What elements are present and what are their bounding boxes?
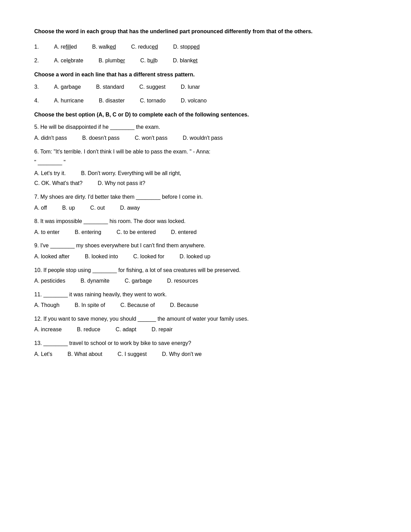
- question-3: 3. A. garbage B. standard C. suggest D. …: [34, 83, 377, 91]
- q5-num: 5.: [34, 124, 39, 130]
- q1-num: 1.: [34, 42, 39, 51]
- q5-c: C. won't pass: [135, 134, 167, 143]
- q5-options: A. didn't pass B. doesn't pass C. won't …: [34, 134, 377, 143]
- q7-options: A. off B. up C. out D. away: [34, 203, 377, 212]
- q8-d: D. entered: [171, 228, 197, 237]
- q5-body: He will be disappointed if he ________ t…: [40, 124, 160, 130]
- q3-b: B. standard: [96, 83, 124, 91]
- question-11: 11. ________ it was raining heavily, the…: [34, 290, 377, 310]
- q8-b: B. entering: [75, 228, 101, 237]
- q10-num: 10.: [34, 267, 42, 273]
- q6-text: 6. Tom: "It's terrible. I don't think I …: [34, 147, 377, 156]
- q3-num: 3.: [34, 83, 39, 91]
- question-12: 12. If you want to save money, you shoul…: [34, 314, 377, 334]
- q7-body: My shoes are dirty. I'd better take them…: [40, 194, 203, 200]
- instruction-section1: Choose the word in each group that has t…: [34, 27, 377, 36]
- q9-num: 9.: [34, 243, 39, 248]
- q3-c: C. suggest: [139, 83, 165, 91]
- question-9: 9. I've ________ my shoes everywhere but…: [34, 241, 377, 261]
- q13-a: A. Let's: [34, 350, 52, 359]
- q6-b: B. Don't worry. Everything will be all r…: [81, 169, 181, 178]
- q9-c: C. looked for: [133, 252, 164, 261]
- q6-d: D. Why not pass it?: [98, 179, 145, 188]
- q2-a: A. celebrate: [54, 56, 83, 65]
- q6-options-cd: C. OK. What's that? D. Why not pass it?: [34, 179, 377, 188]
- q6-quote: " ________ ": [34, 158, 377, 167]
- q8-num: 8.: [34, 218, 39, 224]
- q11-num: 11.: [34, 292, 42, 297]
- q3-a: A. garbage: [54, 83, 81, 91]
- q6-a: A. Let's try it.: [34, 169, 66, 178]
- q13-d: D. Why don't we: [162, 350, 202, 359]
- q4-b: B. disaster: [99, 96, 125, 105]
- q13-b: B. What about: [67, 350, 102, 359]
- q3-options: 3. A. garbage B. standard C. suggest D. …: [34, 83, 377, 91]
- page-content: Choose the word in each group that has t…: [34, 27, 377, 358]
- q5-d: D. wouldn't pass: [183, 134, 223, 143]
- q4-d: D. volcano: [181, 96, 207, 105]
- question-10: 10. If people stop using ________ for fi…: [34, 266, 377, 285]
- q7-c: C. out: [90, 203, 105, 212]
- q10-b: B. dynamite: [80, 276, 109, 285]
- question-2: 2. A. celebrate B. plumber C. bulb D. bl…: [34, 56, 377, 65]
- q9-b: B. looked into: [85, 252, 118, 261]
- q12-d: D. repair: [151, 325, 172, 334]
- q6-body: Tom: "It's terrible. I don't think I wil…: [40, 149, 211, 154]
- question-1: 1. A. refilled B. walked C. reduced D. s…: [34, 42, 377, 51]
- q12-text: 12. If you want to save money, you shoul…: [34, 314, 377, 323]
- instruction-section3: Choose the best option (A, B, C or D) to…: [34, 112, 377, 118]
- q10-text: 10. If people stop using ________ for fi…: [34, 266, 377, 275]
- q6-num: 6.: [34, 149, 39, 154]
- q7-num: 7.: [34, 194, 39, 200]
- q11-b: B. In spite of: [75, 301, 105, 310]
- q2-d: D. blanket: [173, 56, 198, 65]
- q8-options: A. to enter B. entering C. to be entered…: [34, 228, 377, 237]
- q12-num: 12.: [34, 316, 42, 322]
- q10-options: A. pesticides B. dynamite C. garbage D. …: [34, 276, 377, 285]
- q13-options: A. Let's B. What about C. I suggest D. W…: [34, 350, 377, 359]
- q10-d: D. resources: [167, 276, 198, 285]
- q7-a: A. off: [34, 203, 47, 212]
- q13-body: ________ travel to school or to work by …: [43, 340, 191, 346]
- q1-c: C. reduced: [131, 42, 158, 51]
- q1-d: D. stopped: [173, 42, 200, 51]
- q10-body: If people stop using ________ for fishin…: [43, 267, 240, 273]
- q5-a: A. didn't pass: [34, 134, 67, 143]
- q9-d: D. looked up: [179, 252, 210, 261]
- q13-c: C. I suggest: [117, 350, 147, 359]
- q4-c: C. tornado: [140, 96, 166, 105]
- q9-a: A. looked after: [34, 252, 70, 261]
- question-7: 7. My shoes are dirty. I'd better take t…: [34, 193, 377, 212]
- q8-body: It was impossible ________ his room. The…: [40, 218, 186, 224]
- question-5: 5. He will be disappointed if he _______…: [34, 123, 377, 142]
- q5-text: 5. He will be disappointed if he _______…: [34, 123, 377, 132]
- q8-c: C. to be entered: [116, 228, 156, 237]
- q12-b: B. reduce: [77, 325, 100, 334]
- q12-a: A. increase: [34, 325, 62, 334]
- q12-c: C. adapt: [115, 325, 136, 334]
- q13-text: 13. ________ travel to school or to work…: [34, 339, 377, 348]
- q11-c: C. Because of: [120, 301, 155, 310]
- q8-a: A. to enter: [34, 228, 60, 237]
- q7-d: D. away: [120, 203, 140, 212]
- q10-a: A. pesticides: [34, 276, 65, 285]
- q11-text: 11. ________ it was raining heavily, the…: [34, 290, 377, 299]
- q11-a: A. Though: [34, 301, 60, 310]
- q8-text: 8. It was impossible ________ his room. …: [34, 217, 377, 226]
- q13-num: 13.: [34, 340, 42, 346]
- q11-options: A. Though B. In spite of C. Because of D…: [34, 301, 377, 310]
- q1-options: 1. A. refilled B. walked C. reduced D. s…: [34, 42, 377, 51]
- q11-body: ________ it was raining heavily, they we…: [43, 292, 167, 297]
- q10-c: C. garbage: [125, 276, 152, 285]
- q7-text: 7. My shoes are dirty. I'd better take t…: [34, 193, 377, 201]
- q3-d: D. lunar: [181, 83, 200, 91]
- question-6: 6. Tom: "It's terrible. I don't think I …: [34, 147, 377, 188]
- q9-text: 9. I've ________ my shoes everywhere but…: [34, 241, 377, 250]
- q12-options: A. increase B. reduce C. adapt D. repair: [34, 325, 377, 334]
- q2-num: 2.: [34, 56, 39, 65]
- question-4: 4. A. hurricane B. disaster C. tornado D…: [34, 96, 377, 105]
- q1-a: A. refilled: [54, 42, 77, 51]
- q4-a: A. hurricane: [54, 96, 84, 105]
- question-8: 8. It was impossible ________ his room. …: [34, 217, 377, 236]
- q12-body: If you want to save money, you should __…: [43, 316, 249, 322]
